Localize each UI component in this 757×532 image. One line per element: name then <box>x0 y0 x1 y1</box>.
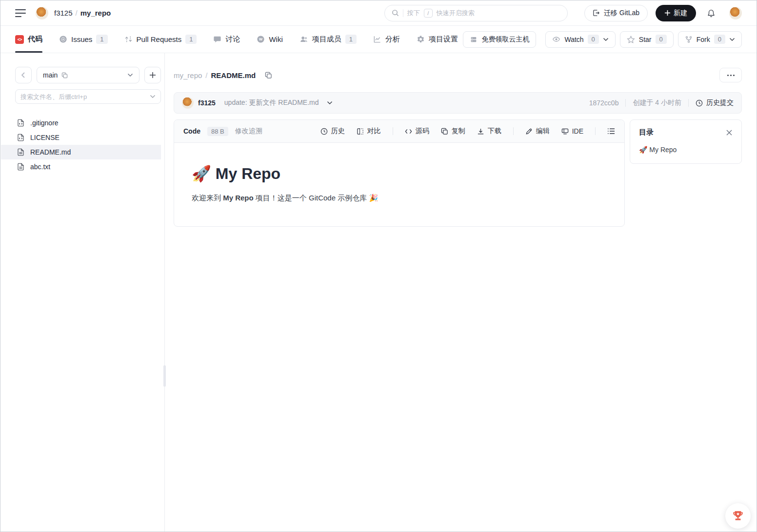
pencil-icon <box>525 128 533 135</box>
tab-code[interactable]: <> 代码 <box>15 26 42 53</box>
file-name: .gitignore <box>30 119 59 127</box>
code-brackets-icon <box>405 128 412 135</box>
doc-file-icon <box>17 148 24 156</box>
file-row-readme[interactable]: README.md <box>1 145 161 159</box>
commit-history-link[interactable]: 历史提交 <box>696 99 734 107</box>
branch-name: main <box>43 71 58 79</box>
more-actions-button[interactable] <box>719 68 742 82</box>
compare-button[interactable]: 对比 <box>357 127 381 136</box>
close-icon[interactable] <box>726 129 733 136</box>
file-name: LICENSE <box>30 134 60 141</box>
repo-tabs: <> 代码 Issues 1 Pull Requests 1 <box>15 26 458 53</box>
tab-analytics[interactable]: 分析 <box>373 26 400 53</box>
readme-heading: 🚀 My Repo <box>192 164 607 183</box>
free-cloud-host-label: 免费领取云主机 <box>481 35 529 44</box>
header-repo-link[interactable]: my_repo <box>80 9 111 17</box>
search-placeholder-prefix: 按下 <box>407 9 420 18</box>
chevron-down-icon <box>603 38 609 41</box>
tab-members[interactable]: 项目成员 1 <box>299 26 357 53</box>
gitcode-repo-page: f3125 / my_repo 按下 / 快速开启搜索 迁移 GitLab 新建 <box>0 0 757 532</box>
repo-action-buttons: 免费领取云主机 Watch 0 Star 0 <box>463 31 742 48</box>
rewards-fab[interactable] <box>725 503 751 529</box>
breadcrumb: my_repo / README.md <box>174 71 272 79</box>
hamburger-menu-icon[interactable] <box>15 9 26 17</box>
commit-author-name[interactable]: f3125 <box>198 99 216 107</box>
breadcrumb-repo-link[interactable]: my_repo <box>174 71 202 79</box>
breadcrumb-row: my_repo / README.md <box>174 67 742 83</box>
tab-issues-label: Issues <box>71 35 92 43</box>
fork-count-badge: 0 <box>714 35 725 44</box>
new-button[interactable]: 新建 <box>656 5 696 21</box>
notifications-bell-icon[interactable] <box>707 9 716 18</box>
toc-item-my-repo[interactable]: 🚀 My Repo <box>639 146 733 154</box>
file-search-input[interactable] <box>20 93 150 100</box>
download-button[interactable]: 下载 <box>477 127 501 136</box>
commit-message[interactable]: update: 更新文件 README.md <box>224 99 319 107</box>
migrate-gitlab-button[interactable]: 迁移 GitLab <box>584 5 648 21</box>
readme-content: 🚀 My Repo 欢迎来到 My Repo 项目！这是一个 GitCode 示… <box>174 143 624 226</box>
search-placeholder-suffix: 快速开启搜索 <box>437 9 475 18</box>
branch-selector[interactable]: main <box>37 67 139 83</box>
pull-request-icon <box>124 35 133 43</box>
file-row-license[interactable]: LICENSE <box>1 130 161 145</box>
compare-label: 对比 <box>367 127 381 136</box>
source-button[interactable]: 源码 <box>405 127 429 136</box>
file-size-badge: 88 B <box>207 127 228 136</box>
repo-owner-avatar[interactable] <box>36 7 48 20</box>
tab-code-label: 代码 <box>28 35 42 44</box>
sidebar-resize-handle[interactable] <box>163 365 166 387</box>
history-label: 历史 <box>331 127 345 136</box>
code-view-tab[interactable]: Code <box>183 127 200 135</box>
gear-icon <box>417 35 425 43</box>
header-user-link[interactable]: f3125 <box>54 9 73 17</box>
migrate-gitlab-label: 迁移 GitLab <box>604 9 639 18</box>
history-button[interactable]: 历史 <box>320 127 345 136</box>
commit-hash[interactable]: 1872cc0b <box>589 99 619 107</box>
copy-path-icon[interactable] <box>265 72 272 79</box>
tab-settings[interactable]: 项目设置 <box>417 26 458 53</box>
ide-button[interactable]: IDE <box>561 127 583 135</box>
chat-bubble-icon <box>213 35 221 43</box>
tab-wiki[interactable]: W Wiki <box>257 26 282 53</box>
watch-count-badge: 0 <box>588 35 599 44</box>
source-label: 源码 <box>416 127 429 136</box>
divider <box>513 127 514 135</box>
content-area: main <box>0 53 757 532</box>
chevron-down-icon[interactable] <box>150 95 156 99</box>
commit-author-avatar[interactable] <box>182 97 194 109</box>
current-user-avatar[interactable] <box>729 7 742 20</box>
tab-pull-requests[interactable]: Pull Requests 1 <box>124 26 197 53</box>
file-search-box <box>15 89 161 104</box>
collapse-sidebar-button[interactable] <box>15 67 32 83</box>
branch-row: main <box>15 67 161 83</box>
chevron-down-icon[interactable] <box>327 101 333 105</box>
tab-issues[interactable]: Issues 1 <box>59 26 108 53</box>
copy-branch-icon[interactable] <box>61 72 68 79</box>
watch-button[interactable]: Watch 0 <box>545 31 615 48</box>
code-file-icon <box>17 134 24 141</box>
members-count-badge: 1 <box>345 35 357 44</box>
fork-button[interactable]: Fork 0 <box>678 31 742 48</box>
pull-requests-count-badge: 1 <box>185 35 197 44</box>
tab-analytics-label: 分析 <box>385 35 400 44</box>
edit-button[interactable]: 编辑 <box>525 127 550 136</box>
file-list: .gitignore LICENSE README.md <box>1 116 161 174</box>
star-count-badge: 0 <box>656 35 667 44</box>
latest-commit-bar: f3125 update: 更新文件 README.md 1872cc0b 创建… <box>174 92 742 114</box>
tab-discussions[interactable]: 讨论 <box>213 26 240 53</box>
breadcrumb-separator: / <box>205 71 207 79</box>
free-cloud-host-button[interactable]: 免费领取云主机 <box>463 31 536 48</box>
blame-tab[interactable]: 修改追溯 <box>235 127 262 136</box>
divider <box>393 127 393 135</box>
copy-content-button[interactable]: 复制 <box>441 127 465 136</box>
star-button[interactable]: Star 0 <box>620 31 674 48</box>
header-repo-path: f3125 / my_repo <box>54 9 111 17</box>
file-row-abc-txt[interactable]: abc.txt <box>1 159 161 174</box>
add-file-button[interactable] <box>144 67 161 83</box>
tab-members-label: 项目成员 <box>312 35 341 44</box>
toc-toggle-button[interactable] <box>607 128 615 135</box>
file-row-gitignore[interactable]: .gitignore <box>1 116 161 130</box>
search-icon <box>392 9 399 17</box>
global-search-input[interactable]: 按下 / 快速开启搜索 <box>384 5 568 21</box>
tab-discussions-label: 讨论 <box>225 35 240 44</box>
